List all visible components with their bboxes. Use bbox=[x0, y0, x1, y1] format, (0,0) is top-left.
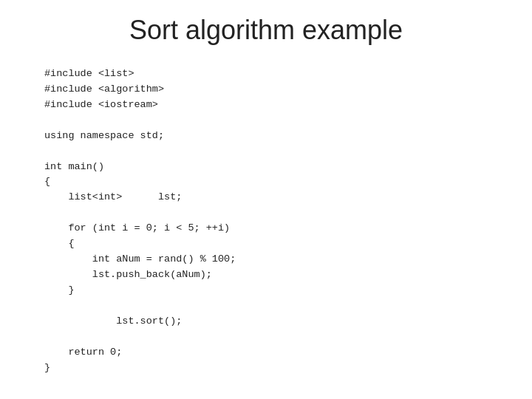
page-container: Sort algorithm example #include <list> #… bbox=[0, 0, 532, 399]
page-title: Sort algorithm example bbox=[129, 15, 403, 46]
code-block: #include <list> #include <algorithm> #in… bbox=[44, 66, 236, 375]
